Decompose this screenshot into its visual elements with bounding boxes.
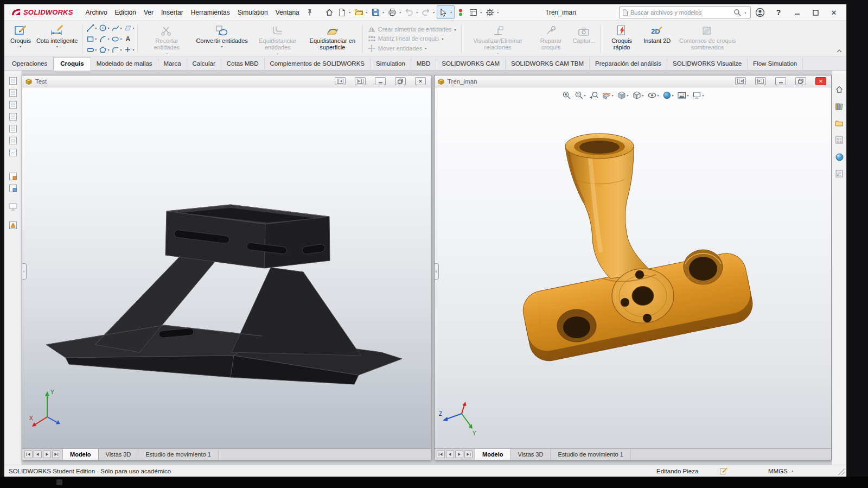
close-document-button[interactable]: ✕ bbox=[815, 77, 826, 85]
dropdown-caret[interactable]: ▾ bbox=[790, 469, 795, 473]
options-gear-icon[interactable] bbox=[484, 7, 496, 18]
minimize-document-button[interactable] bbox=[775, 77, 786, 85]
next-pane-button[interactable] bbox=[355, 77, 366, 85]
rectangle-tool-button[interactable]: ▾ bbox=[86, 34, 97, 45]
close-button[interactable]: ✕ bbox=[825, 5, 843, 20]
tren-iman-window-titlebar[interactable]: Tren_iman ✕ bbox=[435, 75, 831, 87]
feature-tree-splitter[interactable]: ‹ bbox=[435, 263, 439, 280]
restore-document-button[interactable] bbox=[395, 77, 406, 85]
dropdown-caret[interactable]: ▾ bbox=[449, 10, 454, 14]
home-icon[interactable] bbox=[324, 7, 335, 18]
select-tool-active[interactable]: ▾ bbox=[437, 5, 455, 19]
tab-cotas-mbd[interactable]: Cotas MBD bbox=[221, 58, 265, 70]
tab-marca[interactable]: Marca bbox=[158, 58, 187, 70]
units-selector[interactable]: MMGS ▾ bbox=[768, 468, 795, 474]
search-input[interactable] bbox=[630, 9, 731, 16]
tab-estudio-movimiento[interactable]: Estudio de movimiento 1 bbox=[138, 449, 218, 460]
dropdown-caret[interactable]: ▾ bbox=[20, 45, 21, 48]
pane-icon-9[interactable] bbox=[7, 182, 20, 194]
tab-calcular[interactable]: Calcular bbox=[187, 58, 221, 70]
menu-simulation[interactable]: Simulation bbox=[234, 6, 272, 19]
circle-tool-button[interactable]: ▾ bbox=[99, 23, 109, 34]
menu-insertar[interactable]: Insertar bbox=[157, 6, 187, 19]
search-box[interactable]: ▾ bbox=[619, 7, 751, 18]
dropdown-caret[interactable]: ▾ bbox=[120, 37, 122, 41]
menu-ver[interactable]: Ver bbox=[140, 6, 157, 19]
smart-dimension-button[interactable]: Cota inteligente ▾ bbox=[34, 22, 80, 56]
last-tab-button[interactable] bbox=[464, 451, 473, 458]
instant-2d-button[interactable]: 2D Instant 2D bbox=[641, 22, 673, 56]
search-dropdown-caret[interactable]: ▾ bbox=[743, 11, 748, 15]
file-explorer-icon[interactable] bbox=[833, 117, 845, 129]
spline-tool-button[interactable]: ▾ bbox=[111, 23, 122, 34]
dropdown-caret[interactable]: ▾ bbox=[221, 45, 223, 48]
tab-modelado-de-mallas[interactable]: Modelado de mallas bbox=[91, 58, 158, 70]
pane-icon-2[interactable] bbox=[7, 87, 20, 99]
previous-pane-button[interactable] bbox=[335, 77, 346, 85]
next-pane-button[interactable] bbox=[755, 77, 766, 85]
slot-tool-button[interactable]: ▾ bbox=[86, 45, 97, 55]
tab-solidworks-visualize[interactable]: SOLIDWORKS Visualize bbox=[667, 58, 748, 70]
pane-icon-11[interactable] bbox=[7, 219, 20, 231]
tab-vistas-3d[interactable]: Vistas 3D bbox=[511, 449, 551, 460]
dropdown-caret[interactable]: ▾ bbox=[381, 10, 386, 14]
viewport-3d-test[interactable]: ‹ Y X bbox=[22, 87, 431, 448]
command-list-icon[interactable] bbox=[468, 7, 479, 18]
tren-iman-part-model[interactable] bbox=[435, 87, 831, 448]
collapse-ribbon-icon[interactable] bbox=[837, 49, 842, 53]
select-pointer-icon[interactable] bbox=[438, 7, 449, 18]
view-palette-icon[interactable] bbox=[833, 134, 845, 146]
pane-icon-7[interactable] bbox=[7, 147, 20, 159]
previous-pane-button[interactable] bbox=[735, 77, 746, 85]
account-icon[interactable] bbox=[751, 5, 769, 20]
previous-tab-button[interactable] bbox=[446, 451, 454, 458]
dropdown-caret[interactable]: ▾ bbox=[120, 48, 122, 52]
dropdown-caret[interactable]: ▾ bbox=[95, 26, 97, 30]
save-icon[interactable] bbox=[370, 7, 381, 18]
surface-offset-button[interactable]: Equidistanciar en superficie bbox=[305, 22, 360, 56]
tab-vistas-3d[interactable]: Vistas 3D bbox=[99, 449, 139, 460]
point-tool-button[interactable]: ▾ bbox=[124, 45, 134, 55]
convert-entities-button[interactable]: Convertir entidades ▾ bbox=[193, 22, 250, 56]
dropdown-caret[interactable]: ▾ bbox=[348, 10, 352, 14]
arc-tool-button[interactable]: ▾ bbox=[99, 34, 109, 45]
search-icon[interactable] bbox=[733, 9, 741, 16]
dropdown-caret[interactable]: ▾ bbox=[120, 26, 122, 30]
appearances-icon[interactable] bbox=[833, 151, 845, 163]
custom-properties-icon[interactable] bbox=[833, 168, 845, 180]
restore-document-button[interactable] bbox=[795, 77, 806, 85]
print-icon[interactable] bbox=[387, 7, 398, 18]
tab-complementos[interactable]: Complementos de SOLIDWORKS bbox=[265, 58, 371, 70]
dropdown-caret[interactable]: ▾ bbox=[107, 48, 109, 52]
pane-icon-4[interactable] bbox=[7, 111, 20, 123]
previous-tab-button[interactable] bbox=[34, 451, 42, 458]
first-tab-button[interactable] bbox=[24, 451, 33, 458]
tab-solidworks-cam[interactable]: SOLIDWORKS CAM bbox=[436, 58, 506, 70]
pane-icon-1[interactable] bbox=[7, 75, 20, 87]
dropdown-caret[interactable]: ▾ bbox=[107, 37, 109, 41]
dropdown-caret[interactable]: ▾ bbox=[365, 10, 369, 14]
tab-modelo[interactable]: Modelo bbox=[475, 449, 511, 460]
selection-filter-icon[interactable] bbox=[455, 7, 467, 18]
pane-icon-6[interactable] bbox=[7, 135, 20, 147]
tab-estudio-movimiento[interactable]: Estudio de movimiento 1 bbox=[551, 449, 630, 460]
croquis-button[interactable]: Croquis ▾ bbox=[8, 22, 34, 56]
tab-flow-simulation[interactable]: Flow Simulation bbox=[748, 58, 803, 70]
close-document-button[interactable]: ✕ bbox=[415, 77, 426, 85]
taskpane-home-icon[interactable] bbox=[833, 84, 845, 96]
menu-archivo[interactable]: Archivo bbox=[82, 6, 111, 19]
plane-tool-button[interactable]: ▾ bbox=[124, 23, 134, 34]
test-part-model[interactable] bbox=[22, 87, 431, 448]
rapid-sketch-button[interactable]: Croquis rápido bbox=[603, 22, 641, 56]
help-icon[interactable]: ? bbox=[769, 5, 788, 20]
tab-croquis[interactable]: Croquis bbox=[53, 58, 91, 71]
minimize-document-button[interactable] bbox=[375, 77, 386, 85]
viewport-3d-tren-iman[interactable]: ▾ ▾ ▾ ▾ ▾ ▾ ▾ ▾ bbox=[435, 87, 831, 448]
first-tab-button[interactable] bbox=[437, 451, 445, 458]
tab-modelo[interactable]: Modelo bbox=[63, 449, 99, 460]
line-tool-button[interactable]: ▾ bbox=[86, 23, 97, 34]
pane-icon-8[interactable] bbox=[7, 170, 20, 182]
minimize-button[interactable] bbox=[788, 5, 806, 20]
pane-icon-5[interactable] bbox=[7, 123, 20, 135]
ellipse-tool-button[interactable]: ▾ bbox=[111, 34, 122, 45]
